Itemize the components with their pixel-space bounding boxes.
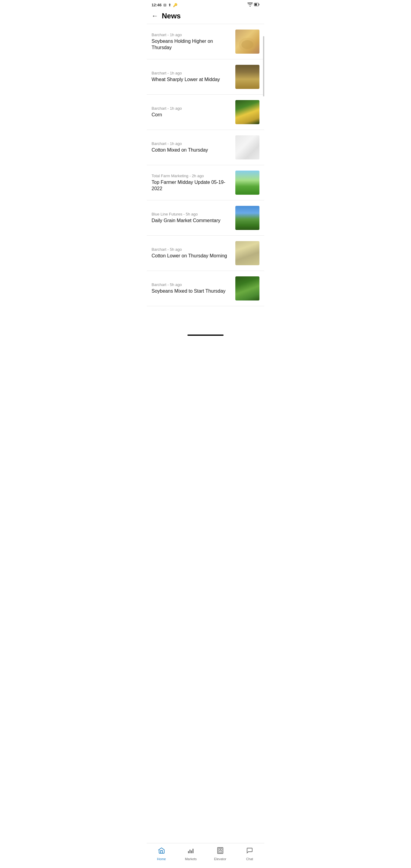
news-item[interactable]: Blue Line Futures - 5h ago Daily Grain M… [147,200,264,236]
svg-rect-2 [259,4,259,5]
news-title-7: Soybeans Mixed to Start Thursday [152,288,232,294]
news-thumbnail-5 [235,206,259,230]
elevator-label: Elevator [214,857,226,861]
time-display: 12:46 [152,3,161,7]
bottom-navigation: Home Markets Elevator [147,843,264,868]
nav-chat[interactable]: Chat [235,846,264,862]
chat-icon [246,847,253,856]
news-source-7: Barchart - 5h ago [152,282,232,287]
home-indicator [187,335,224,336]
status-time: 12:46 ⊟ ⬆ 🔑 [152,3,178,7]
elevator-icon [217,847,224,856]
news-title-2: Corn [152,112,232,118]
navigation-icon: ⬆ [168,3,171,7]
news-content-3: Barchart - 1h ago Cotton Mixed on Thursd… [152,141,232,153]
svg-rect-3 [188,851,189,853]
battery-icon [254,2,259,7]
news-title-6: Cotton Lower on Thursday Morning [152,253,232,259]
news-source-3: Barchart - 1h ago [152,141,232,146]
svg-rect-9 [221,848,222,850]
news-item[interactable]: Barchart - 1h ago Corn [147,95,264,130]
news-source-4: Total Farm Marketing - 2h ago [152,174,232,178]
news-content-7: Barchart - 5h ago Soybeans Mixed to Star… [152,282,232,294]
svg-rect-10 [218,851,222,852]
nav-home[interactable]: Home [147,846,176,862]
news-content-1: Barchart - 1h ago Wheat Sharply Lower at… [152,71,232,83]
svg-rect-5 [191,850,192,853]
news-thumbnail-0 [235,30,259,54]
markets-icon [187,847,194,856]
news-content-2: Barchart - 1h ago Corn [152,106,232,118]
news-title-1: Wheat Sharply Lower at Midday [152,76,232,83]
svg-rect-6 [193,849,193,853]
news-title-5: Daily Grain Market Commentary [152,218,232,224]
page-title: News [162,12,181,20]
news-source-2: Barchart - 1h ago [152,106,232,111]
news-content-5: Blue Line Futures - 5h ago Daily Grain M… [152,212,232,224]
news-list: Barchart - 1h ago Soybeans Holding Highe… [147,24,264,333]
news-thumbnail-6 [235,241,259,265]
back-button[interactable]: ← [152,13,158,19]
news-content-0: Barchart - 1h ago Soybeans Holding Highe… [152,33,232,51]
news-item[interactable]: Barchart - 5h ago Soybeans Mixed to Star… [147,271,264,306]
news-content-6: Barchart - 5h ago Cotton Lower on Thursd… [152,247,232,259]
news-source-6: Barchart - 5h ago [152,247,232,252]
news-thumbnail-4 [235,170,259,195]
news-item[interactable]: Barchart - 1h ago Cotton Mixed on Thursd… [147,130,264,165]
news-title-3: Cotton Mixed on Thursday [152,147,232,153]
status-right-icons [247,2,259,7]
news-source-5: Blue Line Futures - 5h ago [152,212,232,216]
home-label: Home [157,857,166,861]
nav-markets[interactable]: Markets [176,846,206,862]
news-title-0: Soybeans Holding Higher on Thursday [152,38,232,51]
svg-rect-8 [218,848,220,850]
home-icon [158,847,165,856]
news-thumbnail-7 [235,276,259,301]
news-source-0: Barchart - 1h ago [152,33,232,37]
page-header: ← News [147,9,264,24]
news-item[interactable]: Total Farm Marketing - 2h ago Top Farmer… [147,165,264,200]
scroll-indicator [263,36,264,96]
news-title-4: Top Farmer Midday Update 05-19-2022 [152,179,232,192]
status-bar: 12:46 ⊟ ⬆ 🔑 [147,0,264,9]
news-content-4: Total Farm Marketing - 2h ago Top Farmer… [152,174,232,192]
nav-elevator[interactable]: Elevator [205,846,235,862]
chat-label: Chat [246,857,253,861]
svg-rect-1 [255,4,257,6]
news-source-1: Barchart - 1h ago [152,71,232,75]
svg-rect-4 [190,849,190,853]
news-item[interactable]: Barchart - 1h ago Soybeans Holding Highe… [147,24,264,59]
markets-label: Markets [185,857,197,861]
news-thumbnail-2 [235,100,259,124]
lock-icon: 🔑 [173,3,178,7]
news-item[interactable]: Barchart - 1h ago Wheat Sharply Lower at… [147,59,264,95]
news-thumbnail-1 [235,65,259,89]
sim-icon: ⊟ [163,3,166,7]
news-thumbnail-3 [235,135,259,159]
wifi-icon [247,2,253,7]
news-item[interactable]: Barchart - 5h ago Cotton Lower on Thursd… [147,236,264,271]
